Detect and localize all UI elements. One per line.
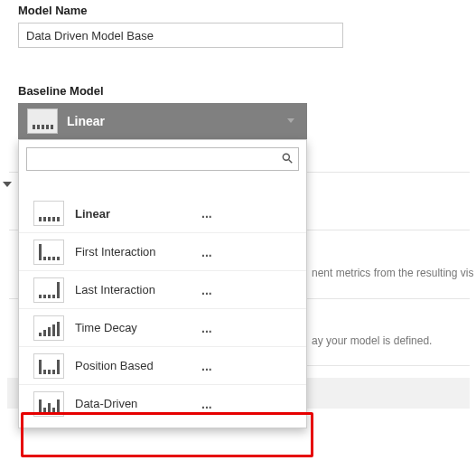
option-label: Linear	[75, 207, 201, 221]
more-icon[interactable]: ...	[201, 245, 212, 259]
more-icon[interactable]: ...	[201, 206, 212, 221]
option-label: Time Decay	[75, 321, 201, 334]
baseline-selected-label: Linear	[67, 114, 105, 128]
first-interaction-icon	[33, 240, 64, 265]
last-interaction-icon	[33, 277, 64, 303]
linear-icon	[27, 108, 58, 134]
more-icon[interactable]: ...	[201, 321, 212, 335]
more-icon[interactable]: ...	[201, 283, 212, 297]
dropdown-search-input[interactable]	[27, 148, 276, 170]
search-icon	[276, 152, 298, 167]
option-position-based[interactable]: Position Based ...	[19, 346, 306, 384]
svg-line-1	[289, 159, 293, 163]
model-name-input[interactable]	[18, 23, 343, 48]
baseline-model-label: Baseline Model	[0, 84, 476, 98]
svg-point-0	[283, 154, 289, 160]
linear-icon	[33, 201, 64, 226]
option-label: First Interaction	[75, 245, 201, 258]
option-data-driven[interactable]: Data-Driven ...	[19, 384, 306, 422]
option-linear[interactable]: Linear ...	[19, 194, 306, 232]
position-based-icon	[33, 353, 64, 379]
option-label: Position Based	[75, 359, 201, 372]
background-hint-metrics: nent metrics from the resulting vis	[312, 267, 473, 279]
disclosure-caret-icon	[3, 182, 12, 187]
more-icon[interactable]: ...	[201, 397, 212, 411]
background-hint-defined: ay your model is defined.	[312, 334, 432, 347]
model-name-label: Model Name	[0, 4, 476, 17]
chevron-down-icon	[287, 118, 294, 123]
baseline-dropdown-panel: Linear ... First Interaction ... Last In…	[18, 139, 307, 428]
option-time-decay[interactable]: Time Decay ...	[19, 308, 306, 346]
option-label: Last Interaction	[75, 283, 201, 296]
data-driven-icon	[33, 391, 64, 417]
option-first-interaction[interactable]: First Interaction ...	[19, 232, 306, 270]
dropdown-search[interactable]	[26, 147, 299, 171]
option-label: Data-Driven	[75, 397, 201, 410]
more-icon[interactable]: ...	[201, 359, 212, 373]
baseline-model-dropdown[interactable]: Linear	[18, 103, 307, 139]
option-last-interaction[interactable]: Last Interaction ...	[19, 270, 306, 308]
time-decay-icon	[33, 315, 64, 341]
